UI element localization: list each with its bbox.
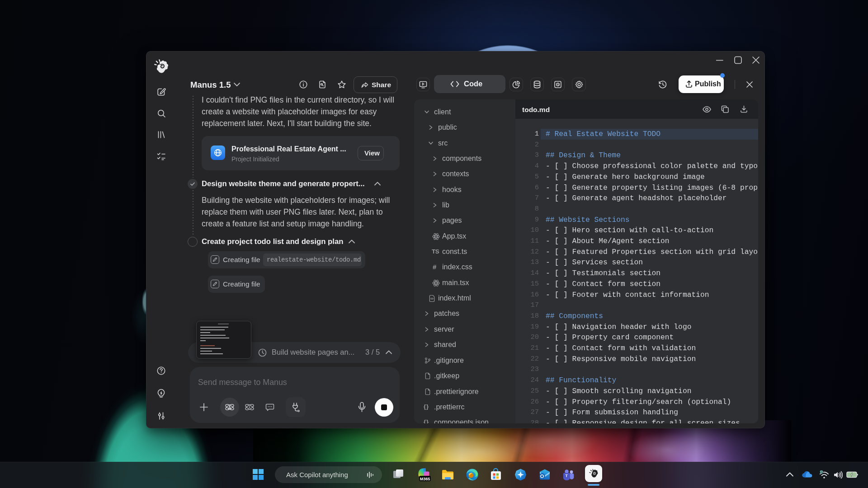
svg-text:T: T	[565, 474, 568, 478]
svg-text:O: O	[540, 474, 544, 479]
svg-text:M365: M365	[420, 477, 430, 481]
